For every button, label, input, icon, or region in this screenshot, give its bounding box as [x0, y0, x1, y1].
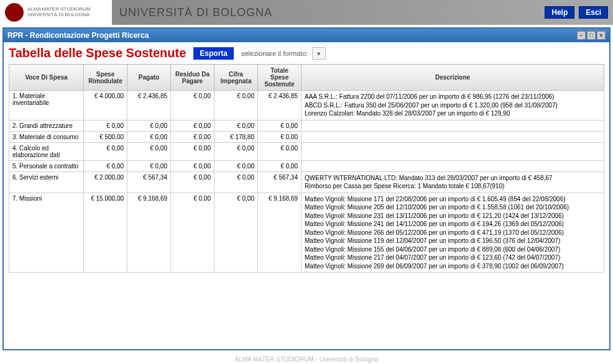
window-frame: RPR - Rendicontazione Progetti Ricerca −… [2, 27, 611, 350]
table-row: 6. Servizi esterni€ 2.000,00€ 567,34€ 0,… [9, 171, 604, 193]
cell-residuo: € 0,00 [171, 91, 214, 121]
logo-seal [5, 3, 24, 22]
cell-pagato: € 2.436,85 [127, 91, 171, 121]
logo-text: ALMA MATER STUDIORUM UNIVERSITÀ DI BOLOG… [27, 7, 91, 18]
maximize-icon[interactable]: □ [587, 31, 596, 40]
cell-impegnata: € 178,80 [214, 131, 258, 142]
cell-totale: € 0,00 [258, 142, 302, 160]
cell-voce: 6. Servizi esterni [9, 171, 84, 193]
cell-rimodulate: € 500,00 [84, 131, 127, 142]
footer: ALMA MATER STUDIORUM - Università di Bol… [0, 355, 613, 364]
cell-voce: 1. Materiale inventariabile [9, 91, 84, 121]
cell-descrizione: Matteo Vignoli: Missione 171 del 22/08/2… [302, 193, 604, 273]
minimize-icon[interactable]: − [577, 31, 586, 40]
cell-descrizione: AAA S.R.L.: Fattura 2200 del 07/11/2006 … [302, 91, 604, 121]
cell-impegnata: € 0,00 [214, 91, 258, 121]
cell-rimodulate: € 0,00 [84, 160, 127, 171]
page-title: Tabella delle Spese Sostenute [9, 46, 186, 60]
cell-residuo: € 0,00 [171, 142, 214, 160]
cell-totale: € 2.436,85 [258, 91, 302, 121]
th-totale: Totale Spese Sostenute [258, 65, 302, 91]
cell-rimodulate: € 2.000,00 [84, 171, 127, 193]
logo-line2: UNIVERSITÀ DI BOLOGNA [27, 12, 91, 18]
cell-impegnata: € 0,00 [214, 171, 258, 193]
cell-residuo: € 0,00 [171, 120, 214, 131]
cell-totale: € 9.168,69 [258, 193, 302, 273]
th-impegnata: Cifra Impegnata [214, 65, 258, 91]
cell-voce: 4. Calcolo ed elaborazione dati [9, 142, 84, 160]
exit-button[interactable]: Esci [579, 6, 608, 19]
format-select[interactable]: ▾ [312, 47, 326, 60]
cell-descrizione: QWERTY INTERNATIONAL LTD: Mandato 313 de… [302, 171, 604, 193]
cell-pagato: € 0,00 [127, 120, 171, 131]
cell-rimodulate: € 4.000,00 [84, 91, 127, 121]
cell-totale: € 567,34 [258, 171, 302, 193]
th-residuo: Residuo Da Pagare [171, 65, 214, 91]
cell-descrizione [302, 131, 604, 142]
cell-pagato: € 0,00 [127, 131, 171, 142]
cell-totale: € 0,00 [258, 120, 302, 131]
cell-impegnata: € 0,00 [214, 142, 258, 160]
cell-residuo: € 0,00 [171, 131, 214, 142]
cell-totale: € 0,00 [258, 131, 302, 142]
window-title: RPR - Rendicontazione Progetti Ricerca [7, 31, 576, 40]
logo-area: ALMA MATER STUDIORUM UNIVERSITÀ DI BOLOG… [0, 0, 112, 25]
cell-impegnata: € 0,00 [214, 193, 258, 273]
cell-voce: 7. Missioni [9, 193, 84, 273]
cell-totale: € 0,00 [258, 160, 302, 171]
th-pagato: Pagato [127, 65, 171, 91]
th-descrizione: Descrizione [302, 65, 604, 91]
cell-descrizione [302, 142, 604, 160]
top-banner: ALMA MATER STUDIORUM UNIVERSITÀ DI BOLOG… [0, 0, 613, 25]
table-row: 5. Personale a contratto€ 0,00€ 0,00€ 0,… [9, 160, 604, 171]
content-area: Tabella delle Spese Sostenute Esporta se… [4, 42, 609, 349]
cell-voce: 3. Materiale di consumo [9, 131, 84, 142]
cell-residuo: € 0,00 [171, 160, 214, 171]
help-button[interactable]: Help [545, 6, 574, 19]
university-name: UNIVERSITÀ DI BOLOGNA [119, 6, 272, 19]
format-label: selezionare il formato: [241, 50, 308, 57]
expenses-table: Voce Di Spesa Spese Rimodulate Pagato Re… [9, 64, 604, 273]
table-row: 1. Materiale inventariabile€ 4.000,00€ 2… [9, 91, 604, 121]
export-button[interactable]: Esporta [193, 47, 234, 60]
table-row: 7. Missioni€ 15.000,00€ 9.168,69€ 0,00€ … [9, 193, 604, 273]
cell-rimodulate: € 0,00 [84, 142, 127, 160]
table-header-row: Voce Di Spesa Spese Rimodulate Pagato Re… [9, 65, 604, 91]
cell-voce: 5. Personale a contratto [9, 160, 84, 171]
table-row: 4. Calcolo ed elaborazione dati€ 0,00€ 0… [9, 142, 604, 160]
th-rimodulate: Spese Rimodulate [84, 65, 127, 91]
table-row: 2. Grandi attrezzature€ 0,00€ 0,00€ 0,00… [9, 120, 604, 131]
table-row: 3. Materiale di consumo€ 500,00€ 0,00€ 0… [9, 131, 604, 142]
top-buttons: Help Esci [542, 6, 608, 19]
cell-rimodulate: € 0,00 [84, 120, 127, 131]
cell-pagato: € 0,00 [127, 160, 171, 171]
close-icon[interactable]: × [597, 31, 606, 40]
cell-voce: 2. Grandi attrezzature [9, 120, 84, 131]
cell-descrizione [302, 120, 604, 131]
cell-descrizione [302, 160, 604, 171]
cell-rimodulate: € 15.000,00 [84, 193, 127, 273]
cell-impegnata: € 0,00 [214, 160, 258, 171]
cell-pagato: € 0,00 [127, 142, 171, 160]
page-header: Tabella delle Spese Sostenute Esporta se… [9, 46, 604, 60]
cell-pagato: € 567,34 [127, 171, 171, 193]
th-voce: Voce Di Spesa [9, 65, 84, 91]
cell-impegnata: € 0,00 [214, 120, 258, 131]
cell-residuo: € 0,00 [171, 171, 214, 193]
title-bar: RPR - Rendicontazione Progetti Ricerca −… [4, 29, 609, 42]
cell-pagato: € 9.168,69 [127, 193, 171, 273]
cell-residuo: € 0,00 [171, 193, 214, 273]
